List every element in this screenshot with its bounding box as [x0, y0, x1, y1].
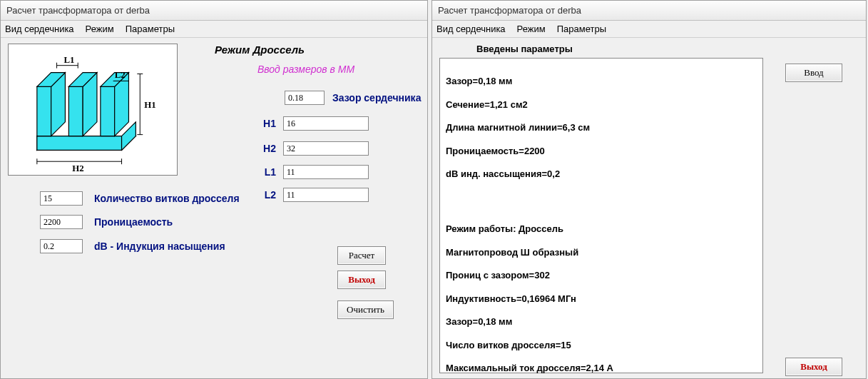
content-left: L1 L2 H1 H2 Режим Дроссель Ввод размеров… [1, 38, 427, 49]
turns-input[interactable] [40, 191, 83, 206]
out-line: Максимальный ток дросселя=2,14 А [446, 363, 757, 374]
titlebar-left: Расчет трансформатора от derba [1, 1, 427, 21]
out-line: Длина магнитной линии=6,3 см [446, 122, 757, 133]
svg-marker-6 [68, 86, 83, 136]
l2-label: L2 [255, 189, 276, 201]
menu-core[interactable]: Вид сердечника [5, 24, 74, 34]
out-line: Зазор=0,18 мм [446, 76, 757, 87]
db-label: dB - Индукция насыщения [94, 241, 225, 252]
clear-button[interactable]: Очистить [337, 300, 394, 319]
out-line: Магнитопровод Ш образный [446, 247, 757, 258]
out-line: Зазор=0,18 мм [446, 316, 757, 328]
menu-params-r[interactable]: Параметры [557, 24, 606, 34]
window-output: Расчет трансформатора от derba Вид серде… [432, 0, 867, 379]
gap-label: Зазор сердечника [332, 92, 421, 103]
menubar-left: Вид сердечника Режим Параметры [1, 21, 427, 38]
l1-label: L1 [255, 166, 276, 178]
out-line: Прониц с зазором=302 [446, 270, 757, 281]
out-line: Сечение=1,21 см2 [446, 99, 757, 111]
out-line: Проницаемость=2200 [446, 146, 757, 157]
out-line: Индуктивность=0,16964 МГн [446, 293, 757, 305]
menu-mode-r[interactable]: Режим [517, 24, 546, 34]
l2-input[interactable] [283, 188, 369, 202]
units-subheading: Ввод размеров в ММ [257, 64, 354, 75]
output-area: Зазор=0,18 мм Сечение=1,21 см2 Длина маг… [439, 58, 763, 373]
db-input[interactable] [40, 239, 83, 253]
mode-heading: Режим Дроссель [215, 44, 305, 56]
gap-input[interactable] [285, 91, 325, 105]
vvod-button[interactable]: Ввод [785, 64, 842, 82]
menubar-right: Вид сердечника Режим Параметры [432, 21, 866, 38]
window-input: Расчет трансформатора от derba Вид серде… [0, 0, 428, 379]
exit-button-right[interactable]: Выход [785, 358, 842, 376]
params-entered-title: Введены параметры [476, 44, 573, 54]
svg-marker-9 [101, 86, 115, 136]
diagram-label-h2: H2 [72, 163, 83, 173]
content-right: Введены параметры Зазор=0,18 мм Сечение=… [432, 38, 866, 49]
h2-input[interactable] [283, 141, 369, 156]
menu-mode[interactable]: Режим [86, 24, 114, 34]
turns-label: Количество витков дросселя [94, 193, 240, 204]
h1-input[interactable] [283, 116, 369, 131]
svg-marker-3 [37, 86, 51, 136]
out-line: Число витков дросселя=15 [446, 340, 757, 351]
perm-input[interactable] [40, 215, 83, 229]
out-line: Режим работы: Дроссель [446, 223, 757, 235]
svg-marker-2 [37, 136, 122, 151]
menu-params[interactable]: Параметры [126, 24, 175, 34]
h1-label: H1 [255, 118, 276, 129]
l1-input[interactable] [283, 165, 369, 179]
diagram-label-l1: L1 [63, 55, 74, 65]
exit-button[interactable]: Выход [337, 271, 386, 289]
h2-label: H2 [255, 143, 276, 154]
titlebar-right: Расчет трансформатора от derba [432, 1, 866, 21]
diagram-label-h1: H1 [144, 100, 155, 110]
core-diagram: L1 L2 H1 H2 [8, 44, 178, 176]
perm-label: Проницаемость [94, 216, 173, 228]
menu-core-r[interactable]: Вид сердечника [436, 24, 506, 34]
diagram-label-l2: L2 [115, 70, 126, 80]
out-line: dB инд. нассыщения=0,2 [446, 168, 757, 180]
calc-button[interactable]: Расчет [337, 246, 386, 265]
